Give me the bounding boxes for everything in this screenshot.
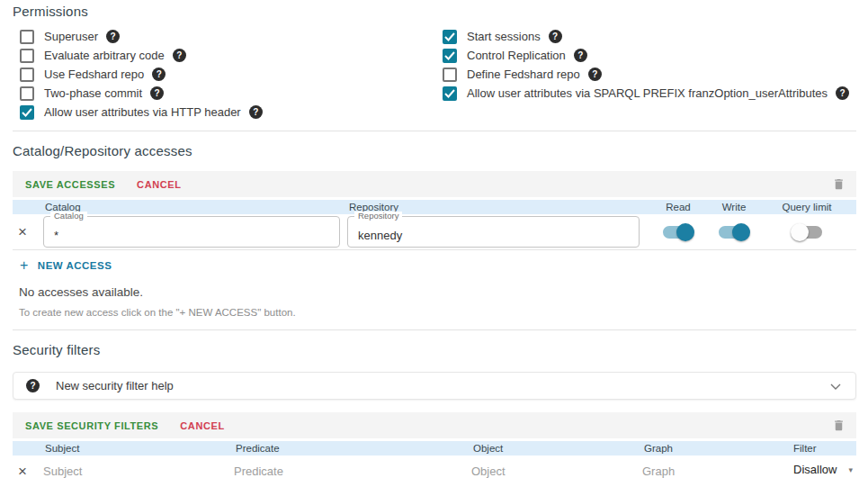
help-icon[interactable]: ? bbox=[249, 105, 263, 119]
help-icon: ? bbox=[26, 379, 40, 392]
checkbox-two-phase-commit[interactable] bbox=[20, 86, 34, 101]
subject-cell bbox=[43, 461, 234, 478]
write-toggle-cell bbox=[711, 223, 757, 241]
chevron-down-icon[interactable] bbox=[830, 378, 841, 394]
repository-field-wrap: Repository bbox=[347, 216, 646, 248]
header-query-limit: Query limit bbox=[757, 202, 856, 212]
query-limit-toggle-cell bbox=[757, 223, 856, 241]
repository-field-label: Repository bbox=[354, 212, 402, 221]
permission-label: Control Replication bbox=[467, 49, 566, 62]
permission-sparql-prefix-attrs: Allow user attributes via SPARQL PREFIX … bbox=[435, 84, 849, 103]
permission-start-sessions: Start sessions ? bbox=[435, 27, 849, 46]
checkbox-control-replication[interactable] bbox=[443, 49, 457, 63]
access-row: × Catalog Repository bbox=[13, 214, 856, 250]
catalog-input[interactable] bbox=[43, 216, 340, 248]
header-write: Write bbox=[711, 202, 757, 212]
header-read: Read bbox=[646, 202, 711, 212]
catalog-field-wrap: Catalog bbox=[43, 216, 347, 248]
header-catalog: Catalog bbox=[43, 202, 347, 212]
save-security-filters-button[interactable]: SAVE SECURITY FILTERS bbox=[25, 420, 158, 431]
accesses-title: Catalog/Repository accesses bbox=[13, 143, 856, 158]
repository-input[interactable] bbox=[347, 216, 640, 248]
security-filters-title: Security filters bbox=[13, 342, 856, 357]
select-arrow-icon: ▾ bbox=[848, 465, 853, 474]
permission-label: Two-phase commit bbox=[44, 86, 142, 100]
permission-two-phase-commit: Two-phase commit ? bbox=[13, 84, 435, 103]
permission-control-replication: Control Replication ? bbox=[435, 46, 849, 65]
checkbox-start-sessions[interactable] bbox=[443, 30, 457, 44]
save-accesses-button[interactable]: SAVE ACCESSES bbox=[25, 179, 115, 190]
filter-select-value: Disallow bbox=[793, 463, 837, 476]
new-access-button[interactable]: + NEW ACCESS bbox=[20, 258, 112, 273]
no-accesses-hint: To create new access click on the "+ NEW… bbox=[19, 307, 856, 318]
section-divider bbox=[13, 329, 856, 330]
filter-select[interactable]: Disallow ▾ bbox=[792, 462, 855, 478]
filter-cell: Disallow ▾ bbox=[792, 462, 856, 478]
security-filters-toolbar: SAVE SECURITY FILTERS CANCEL bbox=[13, 412, 856, 438]
read-toggle-cell bbox=[646, 223, 711, 241]
object-cell bbox=[471, 461, 642, 478]
help-icon[interactable]: ? bbox=[152, 68, 166, 81]
permission-http-header-attrs: Allow user attributes via HTTP header ? bbox=[13, 103, 435, 122]
help-icon[interactable]: ? bbox=[574, 49, 587, 62]
permissions-column-left: Superuser ? Evaluate arbitrary code ? Us… bbox=[13, 27, 435, 122]
no-accesses-text: No accesses available. bbox=[19, 285, 856, 299]
permissions-columns: Superuser ? Evaluate arbitrary code ? Us… bbox=[13, 27, 856, 122]
permission-label: Superuser bbox=[44, 30, 98, 43]
permissions-column-right: Start sessions ? Control Replication ? D… bbox=[435, 27, 849, 122]
checkbox-use-fedshard[interactable] bbox=[20, 68, 34, 82]
graph-cell bbox=[642, 461, 792, 478]
header-filter: Filter bbox=[792, 443, 856, 454]
header-graph: Graph bbox=[642, 443, 792, 454]
permission-label: Start sessions bbox=[467, 30, 541, 43]
cancel-accesses-button[interactable]: CANCEL bbox=[137, 179, 181, 190]
header-object: Object bbox=[471, 443, 642, 454]
delete-filter-row-icon[interactable]: × bbox=[13, 464, 43, 478]
permission-label: Allow user attributes via SPARQL PREFIX … bbox=[467, 86, 828, 100]
help-icon[interactable]: ? bbox=[106, 30, 120, 43]
checkbox-http-header-attrs[interactable] bbox=[20, 105, 34, 120]
predicate-input[interactable] bbox=[234, 461, 453, 478]
checkbox-sparql-prefix-attrs[interactable] bbox=[443, 86, 457, 101]
query-limit-toggle[interactable] bbox=[791, 223, 823, 241]
cancel-security-filters-button[interactable]: CANCEL bbox=[180, 420, 224, 431]
trash-icon[interactable] bbox=[832, 418, 846, 433]
plus-icon: + bbox=[20, 258, 29, 273]
predicate-cell bbox=[234, 461, 471, 478]
security-filter-row: × Disallow ▾ bbox=[13, 455, 856, 478]
checkbox-define-fedshard[interactable] bbox=[443, 68, 457, 82]
permission-label: Allow user attributes via HTTP header bbox=[44, 105, 241, 119]
help-icon[interactable]: ? bbox=[588, 68, 602, 81]
header-subject: Subject bbox=[43, 443, 234, 454]
catalog-field-label: Catalog bbox=[50, 212, 87, 221]
permission-label: Define Fedshard repo bbox=[467, 68, 580, 81]
permission-label: Evaluate arbitrary code bbox=[44, 49, 165, 62]
user-permissions-page: Permissions Superuser ? Evaluate arbitra… bbox=[0, 0, 868, 478]
permission-define-fedshard: Define Fedshard repo ? bbox=[435, 65, 849, 84]
security-filter-help-accordion[interactable]: ? New security filter help bbox=[13, 372, 856, 400]
subject-input[interactable] bbox=[43, 461, 227, 478]
security-filters-table-header: Subject Predicate Object Graph Filter bbox=[13, 441, 856, 455]
accesses-toolbar: SAVE ACCESSES CANCEL bbox=[13, 171, 856, 197]
permission-superuser: Superuser ? bbox=[13, 27, 435, 46]
graph-input[interactable] bbox=[642, 461, 782, 478]
section-divider bbox=[13, 131, 856, 131]
read-toggle[interactable] bbox=[662, 223, 694, 241]
help-accordion-label: New security filter help bbox=[56, 379, 174, 392]
permission-eval-code: Evaluate arbitrary code ? bbox=[13, 46, 435, 65]
help-icon[interactable]: ? bbox=[173, 49, 186, 62]
checkbox-eval-code[interactable] bbox=[20, 49, 34, 63]
help-icon[interactable]: ? bbox=[150, 86, 164, 100]
write-toggle[interactable] bbox=[718, 223, 750, 241]
trash-icon[interactable] bbox=[832, 176, 846, 192]
help-icon[interactable]: ? bbox=[836, 86, 849, 100]
header-predicate: Predicate bbox=[234, 443, 471, 454]
permission-use-fedshard: Use Fedshard repo ? bbox=[13, 65, 435, 84]
checkbox-superuser[interactable] bbox=[20, 30, 34, 44]
help-icon[interactable]: ? bbox=[549, 30, 562, 43]
permissions-title: Permissions bbox=[13, 4, 856, 19]
new-access-label: NEW ACCESS bbox=[38, 260, 112, 271]
accesses-table-header: Catalog Repository Read Write Query limi… bbox=[13, 200, 856, 214]
object-input[interactable] bbox=[471, 461, 631, 478]
delete-access-row-icon[interactable]: × bbox=[13, 224, 43, 239]
